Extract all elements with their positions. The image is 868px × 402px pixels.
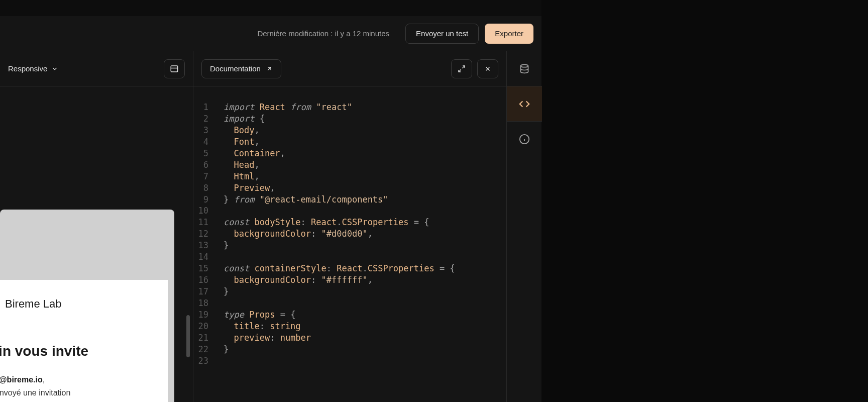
code-panel: Documentation (193, 51, 506, 402)
line-number: 16 (193, 274, 224, 286)
email-preview-area: B Bireme Lab ic Godin vous invite jour a… (0, 86, 193, 402)
external-link-icon (266, 65, 273, 72)
code-line: 23 (193, 355, 506, 367)
line-number: 18 (193, 297, 224, 309)
svg-line-2 (462, 66, 465, 68)
database-icon (519, 64, 529, 74)
svg-rect-0 (171, 66, 178, 72)
line-number: 1 (193, 102, 224, 113)
svg-point-6 (520, 64, 528, 67)
code-line: 8 Preview, (193, 182, 506, 194)
export-button[interactable]: Exporter (485, 24, 533, 44)
line-number: 8 (193, 182, 224, 194)
code-line: 16 backgroundColor: "#ffffff", (193, 274, 506, 286)
line-number: 10 (193, 205, 224, 217)
code-line: 18 (193, 297, 506, 309)
line-number: 21 (193, 332, 224, 344)
last-modified-label: Dernière modification : il y a 12 minute… (257, 29, 389, 38)
layout-toggle-button[interactable] (164, 59, 185, 78)
documentation-label: Documentation (210, 64, 261, 73)
preview-scrollbar[interactable] (186, 315, 190, 357)
code-editor[interactable]: 1import React from "react"2import {3 Bod… (193, 86, 506, 402)
invite-title: ic Godin vous invite (0, 343, 168, 359)
line-number: 6 (193, 159, 224, 171)
code-line: 9} from "@react-email/components" (193, 194, 506, 206)
line-number: 12 (193, 228, 224, 240)
code-line: 13} (193, 240, 506, 251)
code-line: 2import { (193, 113, 506, 125)
line-number: 15 (193, 263, 224, 274)
code-line: 6 Head, (193, 159, 506, 171)
code-line: 21 preview: number (193, 332, 506, 344)
code-line: 11const bodyStyle: React.CSSProperties =… (193, 217, 506, 228)
code-line: 4 Font, (193, 136, 506, 148)
line-number: 23 (193, 355, 224, 367)
line-number: 11 (193, 217, 224, 228)
layout-icon (170, 64, 179, 73)
code-line: 22} (193, 344, 506, 355)
line-number: 19 (193, 309, 224, 321)
responsive-select[interactable]: Responsive (8, 64, 58, 73)
expand-code-button[interactable] (451, 59, 472, 78)
documentation-button[interactable]: Documentation (201, 59, 281, 78)
line-number: 7 (193, 171, 224, 182)
info-icon (519, 134, 530, 145)
line-number: 13 (193, 240, 224, 251)
svg-line-3 (459, 69, 461, 72)
code-line: 20 title: string (193, 321, 506, 332)
line-number: 14 (193, 251, 224, 263)
line-number: 20 (193, 321, 224, 332)
line-number: 4 (193, 136, 224, 148)
preview-panel: Responsive B Bireme Lab (0, 51, 193, 402)
line-number: 3 (193, 125, 224, 136)
line-number: 17 (193, 286, 224, 297)
code-line: 17} (193, 286, 506, 297)
code-line: 19type Props = { (193, 309, 506, 321)
line-number: 9 (193, 194, 224, 206)
close-code-button[interactable] (477, 59, 498, 78)
right-rail (506, 51, 541, 402)
code-line: 15const containerStyle: React.CSSPropert… (193, 263, 506, 274)
code-line: 7 Html, (193, 171, 506, 182)
database-tab[interactable] (507, 51, 542, 86)
code-line: 5 Container, (193, 148, 506, 159)
code-line: 14 (193, 251, 506, 263)
responsive-label: Responsive (8, 64, 47, 73)
send-test-button[interactable]: Envoyer un test (405, 24, 479, 44)
code-line: 10 (193, 205, 506, 217)
code-icon (519, 98, 530, 110)
brand-name: Bireme Lab (5, 297, 62, 311)
code-tab[interactable] (507, 86, 542, 122)
code-line: 12 backgroundColor: "#d0d0d0", (193, 228, 506, 240)
header-bar: Dernière modification : il y a 12 minute… (0, 16, 541, 51)
line-number: 5 (193, 148, 224, 159)
close-icon (484, 65, 491, 72)
line-number: 2 (193, 113, 224, 125)
chevron-down-icon (51, 65, 58, 72)
invite-body: jour antoine@bireme.io, din vous a envoy… (0, 373, 168, 402)
info-tab[interactable] (507, 122, 542, 157)
code-line: 3 Body, (193, 125, 506, 136)
expand-icon (458, 65, 466, 73)
code-line: 1import React from "react" (193, 102, 506, 113)
line-number: 22 (193, 344, 224, 355)
